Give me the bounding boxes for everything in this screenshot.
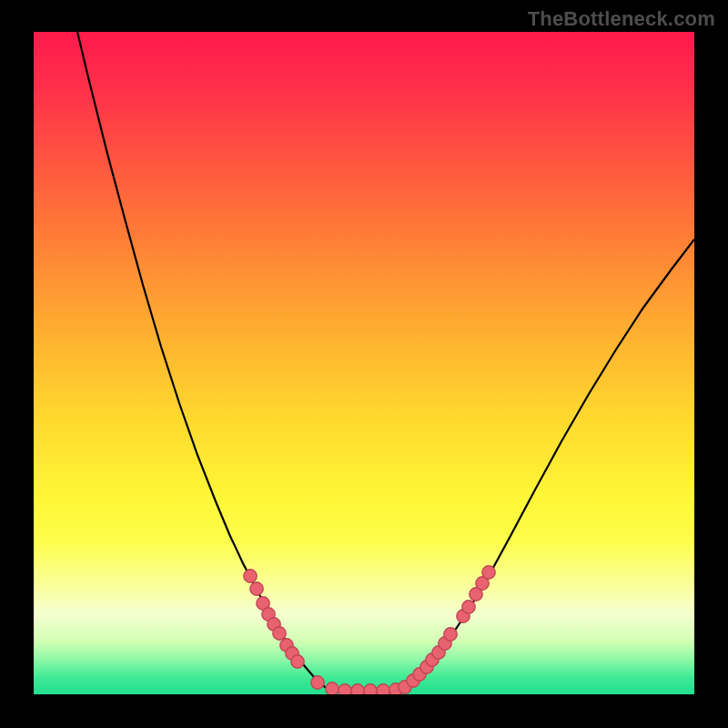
bottleneck-curve bbox=[34, 32, 694, 694]
curve-line bbox=[77, 32, 694, 691]
scatter-dot bbox=[364, 684, 377, 694]
scatter-dot bbox=[339, 684, 351, 694]
scatter-dot bbox=[244, 570, 257, 582]
scatter-dot bbox=[250, 582, 263, 595]
watermark-text: TheBottleneck.com bbox=[528, 7, 715, 31]
scatter-dot bbox=[351, 684, 364, 694]
scatter-dot bbox=[326, 682, 339, 694]
scatter-dot bbox=[291, 655, 304, 668]
scatter-dot bbox=[311, 676, 324, 689]
scatter-dot bbox=[273, 627, 286, 640]
scatter-dots bbox=[244, 566, 495, 694]
scatter-dot bbox=[377, 684, 389, 694]
scatter-dot bbox=[444, 628, 457, 641]
scatter-dot bbox=[482, 566, 495, 579]
chart-frame: TheBottleneck.com bbox=[0, 0, 728, 728]
scatter-dot bbox=[462, 601, 475, 613]
